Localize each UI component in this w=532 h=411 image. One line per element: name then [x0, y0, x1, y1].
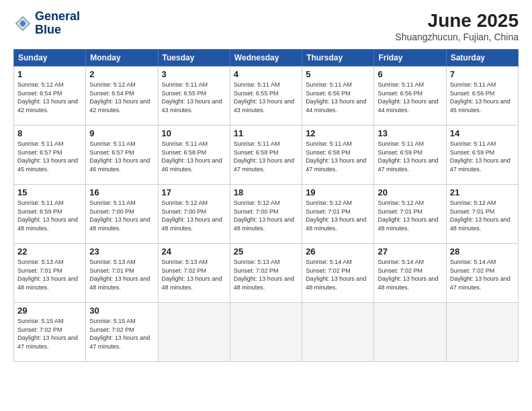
- day-cell-26: 26 Sunrise: 5:14 AM Sunset: 7:02 PM Dayl…: [302, 244, 374, 303]
- logo-icon: [13, 14, 32, 33]
- day-info: Sunrise: 5:11 AM Sunset: 6:59 PM Dayligh…: [378, 140, 442, 173]
- col-thursday: Thursday: [302, 50, 374, 66]
- day-number: 13: [378, 128, 442, 138]
- day-cell-25: 25 Sunrise: 5:13 AM Sunset: 7:02 PM Dayl…: [230, 244, 302, 303]
- logo-line1: General: [35, 10, 80, 24]
- day-cell-19: 19 Sunrise: 5:12 AM Sunset: 7:01 PM Dayl…: [302, 185, 374, 244]
- day-info: Sunrise: 5:12 AM Sunset: 7:01 PM Dayligh…: [306, 199, 370, 232]
- day-cell-12: 12 Sunrise: 5:11 AM Sunset: 6:58 PM Dayl…: [302, 126, 374, 185]
- day-info: Sunrise: 5:12 AM Sunset: 6:54 PM Dayligh…: [17, 81, 82, 114]
- day-cell-27: 27 Sunrise: 5:14 AM Sunset: 7:02 PM Dayl…: [374, 244, 446, 303]
- day-cell-24: 24 Sunrise: 5:13 AM Sunset: 7:02 PM Dayl…: [158, 244, 230, 303]
- day-cell-29: 29 Sunrise: 5:15 AM Sunset: 7:02 PM Dayl…: [14, 303, 86, 362]
- day-info: Sunrise: 5:12 AM Sunset: 7:00 PM Dayligh…: [162, 199, 226, 232]
- week-row: 15 Sunrise: 5:11 AM Sunset: 6:59 PM Dayl…: [14, 185, 519, 244]
- day-number: 1: [17, 69, 82, 79]
- day-number: 20: [378, 187, 442, 197]
- logo-text: General Blue: [35, 10, 80, 37]
- day-info: Sunrise: 5:13 AM Sunset: 7:01 PM Dayligh…: [17, 258, 82, 291]
- day-cell-13: 13 Sunrise: 5:11 AM Sunset: 6:59 PM Dayl…: [374, 126, 446, 185]
- day-info: Sunrise: 5:11 AM Sunset: 6:56 PM Dayligh…: [450, 81, 515, 114]
- day-cell-7: 7 Sunrise: 5:11 AM Sunset: 6:56 PM Dayli…: [446, 66, 518, 126]
- col-tuesday: Tuesday: [158, 50, 230, 66]
- day-number: 17: [162, 187, 226, 197]
- day-cell-9: 9 Sunrise: 5:11 AM Sunset: 6:57 PM Dayli…: [86, 126, 158, 185]
- day-info: Sunrise: 5:11 AM Sunset: 6:59 PM Dayligh…: [450, 140, 515, 173]
- col-sunday: Sunday: [14, 50, 86, 66]
- day-number: 3: [162, 69, 226, 79]
- day-cell-30: 30 Sunrise: 5:15 AM Sunset: 7:02 PM Dayl…: [86, 303, 158, 362]
- day-info: Sunrise: 5:14 AM Sunset: 7:02 PM Dayligh…: [378, 258, 442, 291]
- col-saturday: Saturday: [446, 50, 518, 66]
- day-info: Sunrise: 5:11 AM Sunset: 6:59 PM Dayligh…: [17, 199, 82, 232]
- day-cell-14: 14 Sunrise: 5:11 AM Sunset: 6:59 PM Dayl…: [446, 126, 518, 185]
- day-info: Sunrise: 5:11 AM Sunset: 6:58 PM Dayligh…: [234, 140, 298, 173]
- day-cell-1: 1 Sunrise: 5:12 AM Sunset: 6:54 PM Dayli…: [14, 66, 86, 126]
- day-info: Sunrise: 5:11 AM Sunset: 6:55 PM Dayligh…: [234, 81, 298, 114]
- day-number: 11: [234, 128, 298, 138]
- day-cell-6: 6 Sunrise: 5:11 AM Sunset: 6:56 PM Dayli…: [374, 66, 446, 126]
- empty-cell: [446, 303, 518, 362]
- page: General Blue June 2025 Shuangzhucun, Fuj…: [0, 0, 532, 411]
- day-info: Sunrise: 5:13 AM Sunset: 7:02 PM Dayligh…: [162, 258, 226, 291]
- day-number: 9: [89, 128, 154, 138]
- day-cell-21: 21 Sunrise: 5:12 AM Sunset: 7:01 PM Dayl…: [446, 185, 518, 244]
- day-number: 30: [89, 306, 154, 316]
- day-number: 16: [89, 187, 154, 197]
- day-number: 22: [17, 246, 82, 257]
- week-row: 8 Sunrise: 5:11 AM Sunset: 6:57 PM Dayli…: [14, 126, 519, 185]
- day-number: 7: [450, 69, 515, 79]
- day-cell-15: 15 Sunrise: 5:11 AM Sunset: 6:59 PM Dayl…: [14, 185, 86, 244]
- day-number: 26: [306, 246, 370, 257]
- day-info: Sunrise: 5:15 AM Sunset: 7:02 PM Dayligh…: [89, 317, 154, 351]
- day-cell-3: 3 Sunrise: 5:11 AM Sunset: 6:55 PM Dayli…: [158, 66, 230, 126]
- empty-cell: [374, 303, 446, 362]
- day-info: Sunrise: 5:14 AM Sunset: 7:02 PM Dayligh…: [450, 258, 515, 291]
- day-number: 10: [162, 128, 226, 138]
- day-info: Sunrise: 5:15 AM Sunset: 7:02 PM Dayligh…: [17, 317, 82, 351]
- col-friday: Friday: [374, 50, 446, 66]
- day-number: 4: [234, 69, 298, 79]
- empty-cell: [302, 303, 374, 362]
- day-info: Sunrise: 5:11 AM Sunset: 6:58 PM Dayligh…: [306, 140, 370, 173]
- day-cell-5: 5 Sunrise: 5:11 AM Sunset: 6:56 PM Dayli…: [302, 66, 374, 126]
- day-number: 2: [89, 69, 154, 79]
- logo: General Blue: [13, 10, 80, 37]
- location: Shuangzhucun, Fujian, China: [395, 32, 519, 42]
- day-info: Sunrise: 5:14 AM Sunset: 7:02 PM Dayligh…: [306, 258, 370, 291]
- header: General Blue June 2025 Shuangzhucun, Fuj…: [13, 10, 519, 42]
- day-number: 25: [234, 246, 298, 257]
- logo-line2: Blue: [35, 24, 80, 37]
- day-cell-8: 8 Sunrise: 5:11 AM Sunset: 6:57 PM Dayli…: [14, 126, 86, 185]
- day-info: Sunrise: 5:11 AM Sunset: 7:00 PM Dayligh…: [89, 199, 154, 232]
- day-number: 19: [306, 187, 370, 197]
- day-cell-20: 20 Sunrise: 5:12 AM Sunset: 7:01 PM Dayl…: [374, 185, 446, 244]
- day-cell-28: 28 Sunrise: 5:14 AM Sunset: 7:02 PM Dayl…: [446, 244, 518, 303]
- day-info: Sunrise: 5:12 AM Sunset: 7:01 PM Dayligh…: [378, 199, 442, 232]
- day-cell-23: 23 Sunrise: 5:13 AM Sunset: 7:01 PM Dayl…: [86, 244, 158, 303]
- week-row: 1 Sunrise: 5:12 AM Sunset: 6:54 PM Dayli…: [14, 66, 519, 126]
- day-info: Sunrise: 5:12 AM Sunset: 7:01 PM Dayligh…: [450, 199, 515, 232]
- weekday-header-row: Sunday Monday Tuesday Wednesday Thursday…: [14, 50, 519, 66]
- day-number: 8: [17, 128, 82, 138]
- day-info: Sunrise: 5:11 AM Sunset: 6:55 PM Dayligh…: [162, 81, 226, 114]
- week-row: 22 Sunrise: 5:13 AM Sunset: 7:01 PM Dayl…: [14, 244, 519, 303]
- day-info: Sunrise: 5:11 AM Sunset: 6:56 PM Dayligh…: [378, 81, 442, 114]
- day-number: 21: [450, 187, 515, 197]
- empty-cell: [158, 303, 230, 362]
- day-number: 27: [378, 246, 442, 257]
- day-cell-4: 4 Sunrise: 5:11 AM Sunset: 6:55 PM Dayli…: [230, 66, 302, 126]
- month-title: June 2025: [395, 10, 519, 32]
- title-block: June 2025 Shuangzhucun, Fujian, China: [395, 10, 519, 42]
- day-info: Sunrise: 5:13 AM Sunset: 7:02 PM Dayligh…: [234, 258, 298, 291]
- day-cell-11: 11 Sunrise: 5:11 AM Sunset: 6:58 PM Dayl…: [230, 126, 302, 185]
- col-monday: Monday: [86, 50, 158, 66]
- day-number: 5: [306, 69, 370, 79]
- day-info: Sunrise: 5:11 AM Sunset: 6:58 PM Dayligh…: [162, 140, 226, 173]
- day-number: 28: [450, 246, 515, 257]
- day-number: 15: [17, 187, 82, 197]
- day-cell-16: 16 Sunrise: 5:11 AM Sunset: 7:00 PM Dayl…: [86, 185, 158, 244]
- day-number: 24: [162, 246, 226, 257]
- day-number: 29: [17, 306, 82, 316]
- day-cell-10: 10 Sunrise: 5:11 AM Sunset: 6:58 PM Dayl…: [158, 126, 230, 185]
